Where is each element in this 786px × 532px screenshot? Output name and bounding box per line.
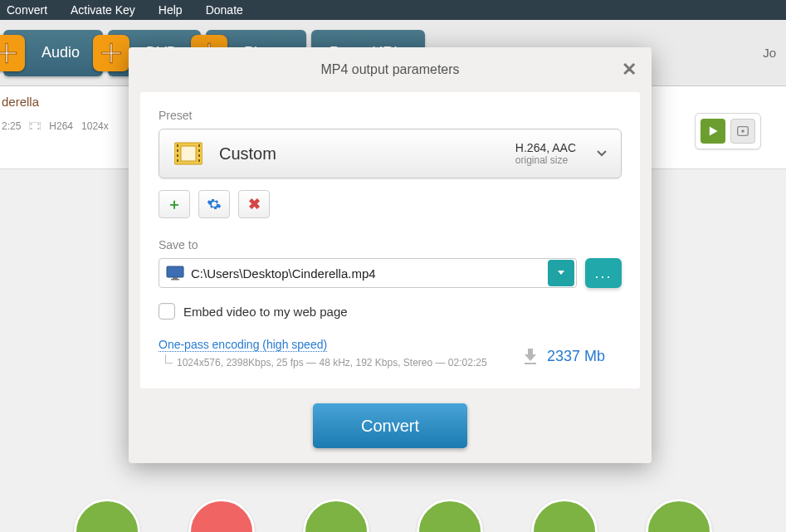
plus-icon: [93, 35, 129, 71]
device-circle[interactable]: [188, 499, 255, 532]
toolbar-right-hint: Jo: [763, 46, 783, 60]
filesize-icon: [522, 347, 539, 365]
svg-rect-10: [177, 154, 178, 157]
svg-rect-17: [167, 266, 183, 277]
convert-button[interactable]: Convert: [313, 403, 467, 448]
close-icon[interactable]: ✕: [618, 59, 640, 81]
preset-name: Custom: [219, 144, 276, 164]
device-circle[interactable]: [531, 499, 598, 532]
plus-icon: [0, 35, 25, 71]
tab-label: Audio: [38, 44, 80, 61]
menu-convert[interactable]: Convert: [7, 3, 47, 17]
estimated-size-text: 2337 Mb: [547, 348, 605, 365]
output-settings-button[interactable]: [730, 119, 755, 144]
delete-preset-button[interactable]: ✖: [238, 190, 270, 218]
svg-rect-0: [29, 122, 41, 131]
dialog-header: MP4 output parameters ✕: [129, 47, 652, 92]
estimated-size: 2337 Mb: [522, 347, 605, 365]
svg-rect-18: [173, 277, 178, 279]
embed-label: Embed video to my web page: [183, 305, 348, 319]
svg-rect-9: [177, 149, 178, 152]
encoding-mode-link[interactable]: One-pass encoding (high speed): [159, 338, 327, 352]
preset-selector[interactable]: Custom H.264, AAC original size: [159, 129, 622, 178]
svg-point-6: [741, 129, 745, 133]
svg-rect-4: [38, 128, 40, 129]
svg-rect-14: [198, 154, 200, 157]
file-resolution: 1024x: [81, 120, 109, 132]
file-duration: 2:25: [2, 120, 21, 132]
device-circle[interactable]: [417, 499, 483, 532]
menu-bar: Convert Activate Key Help Donate: [0, 0, 786, 20]
file-codec: H264: [49, 120, 73, 132]
convert-button-row: Convert: [129, 403, 652, 448]
embed-checkbox-row: Embed video to my web page: [159, 303, 622, 320]
file-action-buttons: [695, 113, 761, 149]
saveto-row: C:\Users\Desktop\Cinderella.mp4 ...: [159, 258, 622, 288]
output-path-text: C:\Users\Desktop\Cinderella.mp4: [191, 265, 546, 282]
embed-checkbox[interactable]: [159, 303, 175, 320]
menu-help[interactable]: Help: [159, 3, 183, 17]
menu-donate[interactable]: Donate: [206, 3, 243, 17]
output-parameters-dialog: MP4 output parameters ✕ Preset Custom H.…: [129, 47, 652, 463]
device-strip: [0, 499, 786, 532]
device-circle[interactable]: [303, 499, 369, 532]
chevron-down-icon: [596, 146, 608, 161]
preset-info: H.264, AAC original size: [515, 141, 576, 166]
svg-rect-20: [525, 363, 536, 364]
preset-action-buttons: ＋ ✖: [159, 190, 622, 218]
svg-rect-13: [198, 149, 200, 152]
browse-button[interactable]: ...: [585, 258, 622, 288]
svg-rect-15: [198, 159, 200, 162]
svg-rect-11: [177, 159, 178, 162]
svg-rect-12: [198, 144, 200, 147]
preset-codec: H.264, AAC: [515, 141, 576, 154]
dialog-title: MP4 output parameters: [320, 62, 459, 77]
tab-audio[interactable]: Audio: [3, 30, 103, 76]
saveto-label: Save to: [159, 238, 622, 251]
svg-rect-19: [171, 279, 179, 281]
preset-label: Preset: [159, 109, 622, 122]
device-circle[interactable]: [646, 499, 712, 532]
output-path-field[interactable]: C:\Users\Desktop\Cinderella.mp4: [159, 258, 577, 288]
menu-activate-key[interactable]: Activate Key: [71, 3, 135, 17]
preset-settings-button[interactable]: [198, 190, 230, 218]
film-icon: [174, 141, 203, 166]
preset-size: original size: [515, 154, 576, 166]
path-dropdown-button[interactable]: [548, 260, 574, 286]
svg-rect-1: [31, 123, 32, 124]
svg-rect-16: [181, 146, 196, 161]
play-button[interactable]: [701, 119, 725, 144]
monitor-icon: [166, 266, 184, 281]
device-circle[interactable]: [74, 499, 140, 532]
svg-rect-2: [31, 128, 32, 129]
dialog-body: Preset Custom H.264, AAC original size ＋…: [140, 92, 640, 388]
add-preset-button[interactable]: ＋: [159, 190, 190, 218]
svg-rect-8: [177, 144, 178, 147]
film-small-icon: [29, 121, 41, 131]
svg-rect-3: [38, 123, 40, 124]
